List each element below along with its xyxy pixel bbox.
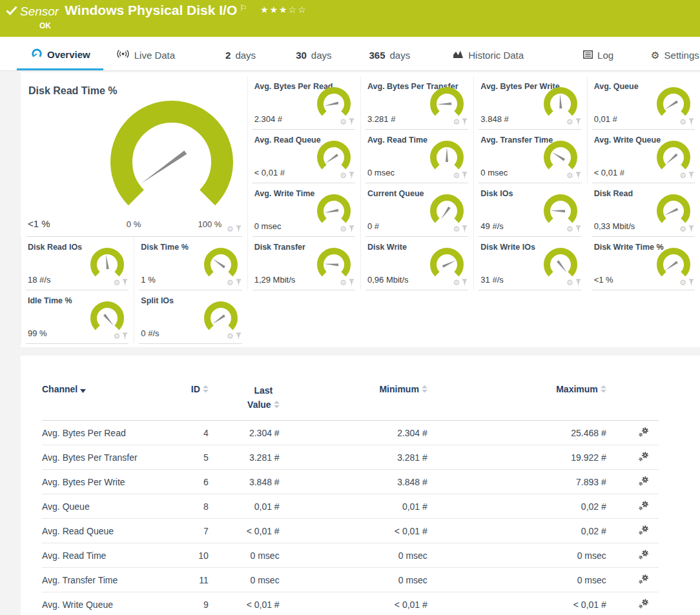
gear-icon[interactable]: ⚙ bbox=[679, 279, 686, 287]
tab-bar: Overview Live Data 2 days 30 days 365 da… bbox=[0, 37, 700, 71]
gear-icon[interactable]: ⚙ bbox=[679, 225, 686, 233]
gear-icon[interactable]: ⚙ bbox=[227, 225, 234, 233]
pin-icon[interactable] bbox=[462, 116, 468, 128]
gear-icon[interactable]: ⚙ bbox=[114, 332, 121, 340]
channel-settings-icon[interactable] bbox=[638, 476, 650, 489]
pin-icon[interactable] bbox=[349, 223, 355, 235]
channel-name-cell: Avg. Bytes Per Write bbox=[42, 470, 165, 494]
tab-overview[interactable]: Overview bbox=[27, 48, 94, 70]
maximum-cell: 25.468 # bbox=[427, 421, 606, 445]
pin-icon[interactable] bbox=[236, 330, 242, 342]
channel-gauge-tile: Current Queue 0 # ⚙ bbox=[360, 183, 473, 237]
live-data-icon bbox=[116, 49, 130, 61]
gear-icon[interactable]: ⚙ bbox=[453, 172, 460, 179]
channel-settings-icon[interactable] bbox=[638, 598, 650, 611]
channel-settings-icon[interactable] bbox=[638, 500, 650, 513]
channel-title: Disk Read bbox=[594, 189, 633, 198]
channel-gauge-tile: Avg. Read Time 0 msec ⚙ bbox=[360, 130, 473, 183]
minimum-cell: 3.848 # bbox=[280, 470, 427, 494]
column-header-minimum[interactable]: Minimum bbox=[280, 384, 427, 421]
pin-icon[interactable] bbox=[349, 277, 355, 288]
column-header-id[interactable]: ID bbox=[165, 384, 209, 421]
column-header-last-value[interactable]: Last Value bbox=[209, 384, 280, 421]
maximum-cell: < 0,01 # bbox=[427, 592, 606, 615]
channel-settings-icon[interactable] bbox=[638, 451, 650, 464]
pin-icon[interactable] bbox=[575, 277, 581, 288]
gear-icon[interactable]: ⚙ bbox=[679, 172, 686, 179]
tab-log[interactable]: Log bbox=[579, 50, 617, 70]
table-row: Avg. Read Time 10 0 msec 0 msec 0 msec bbox=[42, 543, 659, 568]
gear-icon[interactable]: ⚙ bbox=[566, 172, 573, 179]
pin-icon[interactable] bbox=[688, 116, 694, 128]
gear-icon[interactable]: ⚙ bbox=[453, 279, 460, 287]
tab-historic-data[interactable]: Historic Data bbox=[449, 50, 528, 70]
pin-icon[interactable] bbox=[462, 277, 468, 288]
pin-icon[interactable] bbox=[462, 223, 468, 235]
gear-icon[interactable]: ⚙ bbox=[679, 118, 686, 126]
gear-icon[interactable]: ⚙ bbox=[340, 118, 347, 126]
pin-icon[interactable] bbox=[462, 170, 468, 181]
channel-value: 0 # bbox=[367, 221, 379, 231]
channel-value: 1 % bbox=[141, 275, 155, 285]
pin-icon[interactable] bbox=[236, 277, 242, 288]
channel-value: 0,33 Mbit/s bbox=[594, 221, 635, 231]
table-row: Avg. Bytes Per Read 4 2.304 # 2.304 # 25… bbox=[42, 421, 659, 445]
tab-2-days[interactable]: 2 days bbox=[221, 50, 260, 70]
channel-value: 3.848 # bbox=[480, 114, 508, 124]
gear-icon[interactable]: ⚙ bbox=[453, 225, 460, 233]
channel-settings-icon[interactable] bbox=[638, 525, 650, 538]
pin-icon[interactable] bbox=[122, 330, 128, 342]
tab-365-days[interactable]: 365 days bbox=[365, 50, 415, 70]
column-header-actions bbox=[606, 384, 659, 421]
gear-icon[interactable]: ⚙ bbox=[227, 332, 234, 340]
channel-value: 0 msec bbox=[254, 221, 282, 231]
channel-gauge-tile: Avg. Transfer Time 0 msec ⚙ bbox=[473, 130, 586, 183]
channel-value: < 0,01 # bbox=[254, 168, 285, 177]
pin-icon[interactable] bbox=[349, 116, 355, 128]
channel-gauge-tile: Disk Transfer 1,29 Mbit/s ⚙ bbox=[247, 237, 360, 290]
gear-icon[interactable]: ⚙ bbox=[453, 118, 460, 126]
column-header-channel[interactable]: Channel bbox=[42, 384, 165, 421]
gauge-grid: Disk Read Time % 0 % 100 % <1 % ⚙ Avg. B… bbox=[21, 76, 700, 344]
pin-icon[interactable] bbox=[688, 223, 694, 235]
pin-icon[interactable] bbox=[575, 116, 581, 128]
pin-icon[interactable] bbox=[688, 277, 694, 288]
gear-icon[interactable]: ⚙ bbox=[340, 172, 347, 179]
channel-title: Idle Time % bbox=[28, 296, 72, 305]
status-badge: OK bbox=[39, 21, 51, 30]
last-value-cell: 3.281 # bbox=[209, 445, 280, 470]
channel-gauge-tile: Avg. Bytes Per Read 2.304 # ⚙ bbox=[247, 76, 360, 130]
tab-live-data[interactable]: Live Data bbox=[112, 49, 179, 70]
gear-icon[interactable]: ⚙ bbox=[340, 279, 347, 287]
pin-icon[interactable] bbox=[688, 170, 694, 181]
tab-settings[interactable]: ⚙ Settings bbox=[647, 50, 700, 70]
gear-icon[interactable]: ⚙ bbox=[227, 279, 234, 287]
pin-icon[interactable] bbox=[575, 170, 581, 181]
channel-name-cell: Avg. Transfer Time bbox=[42, 568, 165, 592]
priority-stars[interactable]: ★★★☆☆ bbox=[260, 5, 307, 15]
gear-icon[interactable]: ⚙ bbox=[566, 225, 573, 233]
gear-icon[interactable]: ⚙ bbox=[566, 118, 573, 126]
gear-icon[interactable]: ⚙ bbox=[566, 279, 573, 287]
channel-name-cell: Avg. Queue bbox=[42, 494, 165, 519]
channel-gauge-tile: Avg. Write Time 0 msec ⚙ bbox=[247, 183, 360, 237]
channel-settings-icon[interactable] bbox=[638, 549, 650, 562]
tab-30-days[interactable]: 30 days bbox=[292, 50, 335, 70]
last-value-cell: < 0,01 # bbox=[209, 592, 280, 615]
channel-settings-icon[interactable] bbox=[638, 427, 650, 439]
channel-settings-icon[interactable] bbox=[638, 574, 650, 587]
pin-icon[interactable] bbox=[122, 277, 128, 288]
maximum-cell: 0,02 # bbox=[427, 494, 606, 519]
tab-label: Settings bbox=[664, 50, 699, 61]
pin-icon[interactable] bbox=[349, 170, 355, 181]
channel-name-cell: Avg. Bytes Per Transfer bbox=[42, 445, 165, 470]
pin-icon[interactable] bbox=[236, 223, 242, 235]
channel-name-cell: Avg. Read Queue bbox=[42, 519, 165, 543]
gear-icon[interactable]: ⚙ bbox=[114, 279, 121, 287]
channel-id-cell: 6 bbox=[165, 470, 209, 494]
status-check-icon bbox=[6, 6, 17, 18]
gear-icon[interactable]: ⚙ bbox=[340, 225, 347, 233]
pin-icon[interactable] bbox=[575, 223, 581, 235]
column-header-maximum[interactable]: Maximum bbox=[427, 384, 606, 421]
channel-value: 18 #/s bbox=[28, 275, 50, 285]
